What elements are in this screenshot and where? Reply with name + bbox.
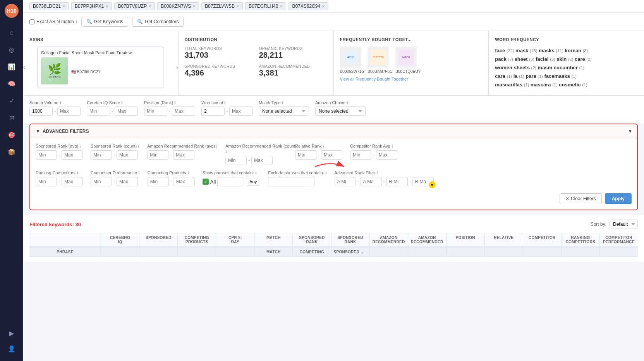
th-amazon-rec-2: AmazonRecommended: [408, 233, 447, 246]
rr-max[interactable]: [321, 150, 342, 160]
sidebar-item-target[interactable]: 🎯: [5, 128, 19, 142]
cra-min[interactable]: [350, 150, 371, 160]
match-type-select[interactable]: None selected: [259, 107, 309, 116]
cerebro-iq-max[interactable]: [115, 107, 138, 116]
rr-min[interactable]: [295, 150, 316, 160]
cprod-min[interactable]: [148, 177, 169, 186]
th-sub-match: Match: [254, 248, 293, 256]
position-rank-min[interactable]: [144, 107, 167, 116]
amazon-rec-rank-count-filter: Amazon Recommended Rank (count) ℹ -: [225, 144, 287, 165]
arf-a-min[interactable]: [335, 177, 356, 186]
sidebar-item-user[interactable]: 👤: [5, 342, 19, 356]
sort-select[interactable]: Default: [610, 220, 638, 229]
th-sub-pos: [447, 248, 485, 256]
exact-asin-info: ℹ: [76, 20, 77, 24]
product-prev-button[interactable]: ‹: [23, 64, 25, 71]
product-title: Collagen Facial Sheet Mask Pack Face Tre…: [41, 50, 160, 55]
sra-max[interactable]: [62, 150, 83, 160]
position-rank-max[interactable]: [172, 107, 195, 116]
cra-max[interactable]: [376, 150, 397, 160]
th-sponsored-rank-2: SponsoredRank: [331, 233, 370, 246]
sidebar-item-check[interactable]: ✓: [5, 94, 19, 108]
rr-info: ℹ: [323, 144, 325, 148]
asin-bar: B0736LDC21 ✕ B07PP3HPX1 ✕ B07B7V8UZP ✕ B…: [23, 0, 644, 13]
arra-max[interactable]: [173, 150, 194, 160]
cprod-info: ℹ: [187, 171, 189, 175]
sidebar-item-home[interactable]: ⌂: [5, 26, 19, 40]
arrc-min[interactable]: [225, 156, 247, 165]
fbt-item-1: ADV B0006SW71G: [340, 46, 365, 74]
th-match: Match: [254, 233, 293, 246]
th-position: Position: [447, 233, 485, 246]
asin-tag-3[interactable]: B07B7V8UZP ✕: [114, 2, 155, 10]
asin-tag-5[interactable]: B07ZZLVWSB ✕: [201, 2, 243, 10]
remove-asin-1[interactable]: ✕: [62, 4, 65, 9]
asins-card-title: ASINS: [29, 37, 172, 42]
search-volume-max[interactable]: [57, 107, 81, 116]
arrc-max[interactable]: [251, 156, 273, 165]
cp-min[interactable]: [91, 177, 112, 186]
asin-tag-6[interactable]: B07EGRLH40 ✕: [245, 2, 286, 10]
sra-min[interactable]: [36, 150, 57, 160]
show-phrases-any-btn[interactable]: Any: [246, 178, 260, 186]
remove-asin-4[interactable]: ✕: [192, 4, 196, 9]
cprod-max[interactable]: [173, 177, 195, 186]
asin-tag-7[interactable]: B07XS62C94 ✕: [289, 2, 328, 10]
word-count-max[interactable]: [229, 107, 252, 116]
position-rank-info: ℹ: [174, 101, 176, 105]
src-max[interactable]: [117, 150, 138, 160]
th-relative: Relative: [485, 233, 523, 246]
sidebar-logo[interactable]: H10: [5, 4, 19, 18]
cerebro-iq-min[interactable]: [87, 107, 110, 116]
th-sub-comp: [523, 248, 562, 256]
exclude-phrases-input[interactable]: [268, 177, 314, 186]
sidebar-item-brain[interactable]: 🧠: [5, 77, 19, 91]
competitors-icon: 🔍: [137, 19, 143, 24]
remove-asin-3[interactable]: ✕: [148, 4, 151, 9]
sidebar-item-play[interactable]: ▶: [5, 326, 19, 340]
show-phrases-input[interactable]: [217, 177, 244, 186]
get-keywords-button[interactable]: 🔍 Get Keywords: [81, 17, 128, 27]
red-arrow-annotation: [311, 159, 350, 174]
th-ranking-competitors: RankingCompetitors: [562, 233, 600, 246]
show-phrases-all-check[interactable]: ✓: [203, 179, 209, 185]
asin-tag-2[interactable]: B07PP3HPX1 ✕: [71, 2, 112, 10]
match-type-info: ℹ: [282, 101, 283, 105]
remove-asin-5[interactable]: ✕: [236, 4, 239, 9]
arra-min[interactable]: [147, 150, 168, 160]
sponsored-rank-avg-filter: Sponsored Rank (avg) ℹ -: [36, 144, 83, 165]
remove-asin-7[interactable]: ✕: [322, 4, 325, 9]
sidebar-item-search[interactable]: ◎: [5, 43, 19, 57]
search-volume-min[interactable]: [29, 107, 53, 116]
advanced-filters-toggle[interactable]: ▼ ADVANCED FILTERS ▾: [30, 124, 637, 138]
sidebar-item-chart[interactable]: 📊: [5, 60, 19, 74]
rc-max[interactable]: [62, 177, 83, 186]
word-frequency-content: face (22) mask (15) masks (11) korean (8…: [495, 46, 638, 89]
remove-asin-6[interactable]: ✕: [280, 4, 283, 9]
exact-asin-checkbox[interactable]: [29, 19, 34, 24]
arf-a-max[interactable]: [361, 177, 382, 186]
fbt-card-title: FREQUENTLY BOUGHT TOGET...: [340, 37, 483, 42]
arf-r-min[interactable]: [386, 177, 408, 186]
clear-filters-button[interactable]: ✕ Clear Filters: [560, 193, 602, 204]
match-type-filter: Match Type ℹ None selected: [259, 100, 309, 116]
filtered-keywords-count: Filtered keywords: 30: [29, 222, 81, 227]
product-next-button[interactable]: ›: [176, 64, 178, 71]
sidebar-item-box[interactable]: 📦: [5, 145, 19, 159]
word-count-min[interactable]: [201, 107, 225, 116]
apply-button[interactable]: Apply: [605, 193, 632, 204]
rc-min[interactable]: [36, 177, 57, 186]
th-sub-rel: [485, 248, 523, 256]
amazon-choice-select[interactable]: None selected: [315, 107, 366, 116]
remove-asin-2[interactable]: ✕: [105, 4, 108, 9]
asin-tag-1[interactable]: B0736LDC21 ✕: [29, 2, 69, 10]
src-min[interactable]: [91, 150, 112, 160]
sidebar-item-grid[interactable]: ⊞: [5, 111, 19, 125]
cp-max[interactable]: [117, 177, 138, 186]
th-cpr: CPR 8-Day: [216, 233, 254, 246]
get-competitors-button[interactable]: 🔍 Get Competitors: [132, 17, 184, 27]
asin-tag-4[interactable]: B008KZN7WS ✕: [157, 2, 199, 10]
view-all-fbt-link[interactable]: View all Frequently Bought Together: [340, 77, 483, 81]
cursor-indicator: [429, 181, 436, 188]
exact-asin-label[interactable]: Exact ASIN match ℹ: [29, 19, 77, 24]
